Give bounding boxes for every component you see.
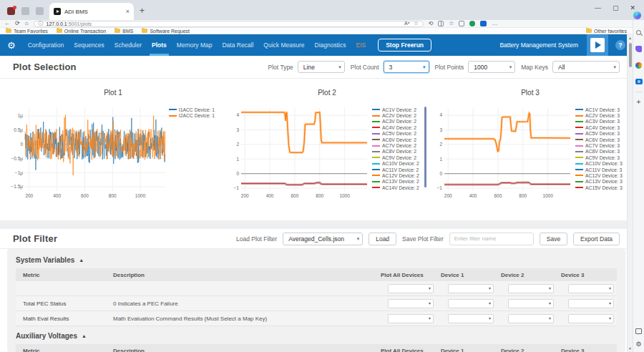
plot-all-devices-select[interactable] (388, 284, 434, 293)
device1-select[interactable] (448, 299, 494, 308)
help-icon[interactable]: ? (615, 40, 625, 50)
home-icon[interactable]: ⌂ (25, 21, 29, 26)
sidebar-toggle-icon[interactable] (480, 21, 487, 26)
legend-item[interactable]: I1ACC Device: 1 (169, 107, 215, 112)
nav-item[interactable]: Sequences (69, 34, 109, 56)
device3-select[interactable] (568, 284, 614, 293)
back-icon[interactable]: ← (4, 21, 10, 26)
legend-item[interactable]: AC1V Device: 2 (372, 107, 422, 112)
legend-item[interactable]: AC1V Device: 3 (575, 107, 625, 112)
legend-item[interactable]: AC8V Device: 2 (372, 149, 422, 155)
history-icon[interactable]: ⟲ (429, 21, 434, 26)
outlook-icon[interactable] (635, 79, 643, 84)
other-favorites[interactable]: Other favorites (586, 29, 627, 34)
collections-icon[interactable] (459, 21, 464, 26)
device1-select[interactable] (448, 284, 494, 293)
new-tab-button[interactable]: + (134, 6, 152, 20)
favorite-folder[interactable]: BMS (114, 29, 133, 34)
nav-item[interactable]: Scheduler (109, 34, 147, 56)
device1-select[interactable] (448, 314, 494, 323)
nav-item[interactable]: Memory Map (172, 34, 218, 56)
legend-item[interactable]: AC7V Device: 3 (575, 142, 625, 148)
refresh-icon[interactable]: ⟳ (15, 21, 20, 26)
microsoft365-icon[interactable] (635, 62, 642, 69)
sidebar-settings-icon[interactable]: ⚙ (635, 341, 641, 348)
plot-all-devices-select[interactable] (388, 299, 434, 308)
favorite-folder[interactable]: Software Request (142, 29, 190, 34)
nav-item[interactable]: Plots (147, 34, 172, 56)
legend-item[interactable]: AC2V Device: 3 (575, 112, 625, 118)
read-aloud-icon[interactable]: Aᵃ (404, 21, 409, 26)
legend-item[interactable]: AC6V Device: 2 (372, 137, 422, 142)
legend-item[interactable]: AC9V Device: 3 (575, 155, 625, 160)
scroll-up-icon[interactable]: ▲ (628, 36, 633, 40)
bookmark-star-icon[interactable]: ☆ (414, 21, 418, 26)
nav-item[interactable]: EIS (351, 34, 371, 56)
legend-item[interactable]: AC11V Device: 3 (575, 167, 625, 172)
plot-canvas[interactable]: 200400600800100043210−1 (429, 99, 574, 204)
dropdown-select[interactable]: All (552, 61, 620, 73)
legend-item[interactable]: AC13V Device: 3 (575, 179, 625, 185)
minimize-button[interactable]: — (595, 4, 601, 11)
legend-item[interactable]: AC9V Device: 2 (372, 155, 422, 160)
device2-select[interactable] (508, 299, 554, 308)
scrollbar-thumb[interactable] (629, 43, 632, 67)
nav-item[interactable]: Diagnostics (310, 34, 351, 56)
split-screen-icon[interactable] (438, 21, 444, 26)
plot-canvas[interactable]: 200400600800100043210−1 (226, 99, 371, 204)
legend-item[interactable]: AC15V Device: 3 (575, 185, 625, 190)
url-field[interactable]: ⓘ 127.0.0.1:5001/plots Aᵃ ☆ (34, 21, 424, 27)
legend-item[interactable]: AC10V Device: 3 (575, 161, 625, 167)
stop-freerun-button[interactable]: Stop Freerun (378, 39, 431, 52)
legend-item[interactable]: AC3V Device: 2 (372, 119, 422, 124)
load-filter-select[interactable]: Averaged_Cells.json (283, 233, 363, 245)
legend-item[interactable]: AC5V Device: 2 (372, 131, 422, 137)
plot-all-devices-select[interactable] (388, 314, 434, 323)
screenshot-icon[interactable] (635, 328, 642, 334)
extension-icon[interactable] (7, 7, 15, 15)
load-button[interactable]: Load (369, 233, 396, 245)
legend-item[interactable]: I2ACC Device: 1 (169, 112, 215, 118)
device2-select[interactable] (508, 314, 554, 323)
device3-select[interactable] (568, 314, 614, 323)
export-data-button[interactable]: Export Data (573, 233, 620, 245)
add-sidebar-item-icon[interactable]: + (637, 99, 641, 106)
tab-actions-icon[interactable] (21, 7, 29, 15)
browser-tab[interactable]: ADI BMS × (49, 3, 134, 20)
auxiliary-voltages-toggle[interactable]: Auxiliary Voltages ▲ (16, 332, 617, 340)
legend-item[interactable]: AC13V Device: 2 (372, 179, 422, 185)
tab-close-icon[interactable]: × (126, 9, 130, 15)
site-info-icon[interactable]: ⓘ (39, 20, 44, 27)
legend-item[interactable]: AC7V Device: 2 (372, 142, 422, 148)
legend-item[interactable]: AC6V Device: 3 (575, 137, 625, 142)
legend-item[interactable]: AC10V Device: 2 (372, 161, 422, 167)
favorite-folder[interactable]: Online Transaction (57, 29, 106, 34)
legend-item[interactable]: AC2V Device: 2 (372, 112, 422, 118)
dropdown-select[interactable]: 1000 (468, 61, 515, 73)
nav-item[interactable]: Configuration (23, 34, 69, 56)
page-scrollbar[interactable]: ▲ ▼ (627, 34, 633, 352)
nav-item[interactable]: Quick Measure (258, 34, 309, 56)
search-icon[interactable] (636, 30, 641, 35)
save-button[interactable]: Save (540, 233, 567, 245)
dropdown-select[interactable]: 3 (384, 61, 429, 73)
workspace-icon[interactable] (36, 7, 44, 15)
scroll-down-icon[interactable]: ▼ (628, 346, 633, 351)
legend-item[interactable]: AC4V Device: 2 (372, 124, 422, 130)
system-variables-toggle[interactable]: System Variables ▲ (16, 256, 617, 264)
legend-item[interactable]: AC12V Device: 2 (372, 172, 422, 178)
legend-scrollbar[interactable] (424, 107, 426, 187)
legend-item[interactable]: AC12V Device: 3 (575, 172, 625, 178)
favorites-icon[interactable]: ☆ (449, 21, 454, 26)
maximize-button[interactable]: ▢ (613, 4, 619, 11)
run-panel[interactable] (587, 34, 608, 56)
legend-item[interactable]: AC5V Device: 3 (575, 131, 625, 137)
close-button[interactable]: ✕ (630, 4, 635, 11)
legend-item[interactable]: AC11V Device: 2 (372, 167, 422, 172)
plot-canvas[interactable]: 20040060080010001μ0.5μ0−0.5μ−1μ−1.5μ (6, 99, 167, 204)
nav-item[interactable]: Data Recall (217, 34, 258, 56)
dropdown-select[interactable]: Line (298, 61, 345, 73)
legend-item[interactable]: AC4V Device: 3 (575, 124, 625, 130)
legend-item[interactable]: AC8V Device: 3 (575, 149, 625, 155)
device2-select[interactable] (508, 284, 554, 293)
